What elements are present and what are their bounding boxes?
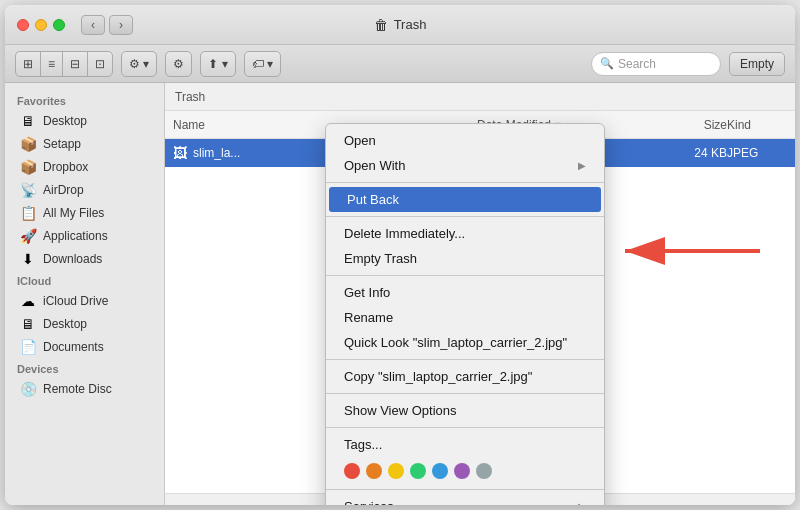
menu-item-show-view-options[interactable]: Show View Options — [326, 398, 604, 423]
separator-2 — [326, 216, 604, 217]
finder-window: ‹ › 🗑 Trash ⊞ ≡ ⊟ ⊡ ⚙ ▾ ⚙ ⬆ ▾ 🏷 ▾ 🔍 Sea — [5, 5, 795, 505]
sidebar-item-applications[interactable]: 🚀 Applications — [9, 225, 160, 247]
sidebar-item-icloud-drive[interactable]: ☁ iCloud Drive — [9, 290, 160, 312]
remote-disc-icon: 💿 — [19, 381, 37, 397]
menu-item-rename[interactable]: Rename — [326, 305, 604, 330]
icon-view-button[interactable]: ⊞ — [16, 52, 41, 76]
file-area: Trash Name Date Modified ▾ Size Kind 🖼 s… — [165, 83, 795, 505]
separator-7 — [326, 489, 604, 490]
sidebar-label-applications: Applications — [43, 229, 108, 243]
sidebar-label-icloud-drive: iCloud Drive — [43, 294, 108, 308]
forward-button[interactable]: › — [109, 15, 133, 35]
file-icon: 🖼 — [173, 145, 187, 161]
breadcrumb-label: Trash — [175, 90, 205, 104]
favorites-section-label: Favorites — [5, 91, 164, 109]
tag-button: 🏷 ▾ — [244, 51, 281, 77]
icloud-desktop-icon: 🖥 — [19, 316, 37, 332]
sidebar-item-desktop[interactable]: 🖥 Desktop — [9, 110, 160, 132]
sidebar-item-documents[interactable]: 📄 Documents — [9, 336, 160, 358]
sidebar-label-desktop: Desktop — [43, 114, 87, 128]
breadcrumb-bar: Trash — [165, 83, 795, 111]
sidebar-label-all-my-files: All My Files — [43, 206, 104, 220]
separator-4 — [326, 359, 604, 360]
sidebar-label-downloads: Downloads — [43, 252, 102, 266]
traffic-lights — [17, 19, 65, 31]
separator-6 — [326, 427, 604, 428]
action-button: ⚙ — [165, 51, 192, 77]
tag-gray[interactable] — [476, 463, 492, 479]
close-button[interactable] — [17, 19, 29, 31]
downloads-icon: ⬇ — [19, 251, 37, 267]
menu-item-delete-immediately[interactable]: Delete Immediately... — [326, 221, 604, 246]
share-btn[interactable]: ⬆ ▾ — [201, 52, 234, 76]
menu-item-open[interactable]: Open — [326, 128, 604, 153]
menu-item-get-info[interactable]: Get Info — [326, 280, 604, 305]
devices-section-label: Devices — [5, 359, 164, 377]
documents-icon: 📄 — [19, 339, 37, 355]
file-kind: JPEG — [727, 146, 787, 160]
dropbox-icon: 📦 — [19, 159, 37, 175]
tag-orange[interactable] — [366, 463, 382, 479]
menu-item-quick-look[interactable]: Quick Look "slim_laptop_carrier_2.jpg" — [326, 330, 604, 355]
tag-green[interactable] — [410, 463, 426, 479]
menu-item-services[interactable]: Services ▶ — [326, 494, 604, 505]
window-title: 🗑 Trash — [374, 17, 427, 33]
sidebar-label-setapp: Setapp — [43, 137, 81, 151]
sidebar-label-remote-disc: Remote Disc — [43, 382, 112, 396]
menu-item-empty-trash[interactable]: Empty Trash — [326, 246, 604, 271]
nav-buttons: ‹ › — [81, 15, 133, 35]
sidebar-label-icloud-desktop: Desktop — [43, 317, 87, 331]
tag-purple[interactable] — [454, 463, 470, 479]
sidebar-item-all-my-files[interactable]: 📋 All My Files — [9, 202, 160, 224]
back-button[interactable]: ‹ — [81, 15, 105, 35]
icloud-section-label: iCloud — [5, 271, 164, 289]
menu-item-tags[interactable]: Tags... — [326, 432, 604, 457]
applications-icon: 🚀 — [19, 228, 37, 244]
sidebar-item-setapp[interactable]: 📦 Setapp — [9, 133, 160, 155]
search-bar[interactable]: 🔍 Search — [591, 52, 721, 76]
menu-item-copy[interactable]: Copy "slim_laptop_carrier_2.jpg" — [326, 364, 604, 389]
search-icon: 🔍 — [600, 57, 614, 70]
list-view-button[interactable]: ≡ — [41, 52, 63, 76]
sidebar-item-remote-disc[interactable]: 💿 Remote Disc — [9, 378, 160, 400]
context-menu: Open Open With ▶ Put Back Delete Immedia… — [325, 123, 605, 505]
search-placeholder: Search — [618, 57, 656, 71]
maximize-button[interactable] — [53, 19, 65, 31]
toolbar: ⊞ ≡ ⊟ ⊡ ⚙ ▾ ⚙ ⬆ ▾ 🏷 ▾ 🔍 Search Empty — [5, 45, 795, 83]
view-buttons: ⊞ ≡ ⊟ ⊡ — [15, 51, 113, 77]
minimize-button[interactable] — [35, 19, 47, 31]
tag-btn[interactable]: 🏷 ▾ — [245, 52, 280, 76]
title-icon: 🗑 — [374, 17, 388, 33]
sidebar-item-airdrop[interactable]: 📡 AirDrop — [9, 179, 160, 201]
share-button: ⬆ ▾ — [200, 51, 235, 77]
action-gear-button[interactable]: ⚙ — [166, 52, 191, 76]
empty-button[interactable]: Empty — [729, 52, 785, 76]
arrange-by-button[interactable]: ⚙ ▾ — [122, 52, 156, 76]
col-kind-header: Kind — [727, 118, 787, 132]
setapp-icon: 📦 — [19, 136, 37, 152]
gallery-view-button[interactable]: ⊡ — [88, 52, 112, 76]
titlebar: ‹ › 🗑 Trash — [5, 5, 795, 45]
sidebar-label-dropbox: Dropbox — [43, 160, 88, 174]
tag-blue[interactable] — [432, 463, 448, 479]
file-size: 24 KB — [657, 146, 727, 160]
icloud-drive-icon: ☁ — [19, 293, 37, 309]
tag-red[interactable] — [344, 463, 360, 479]
column-view-button[interactable]: ⊟ — [63, 52, 88, 76]
sidebar-item-dropbox[interactable]: 📦 Dropbox — [9, 156, 160, 178]
sidebar-item-icloud-desktop[interactable]: 🖥 Desktop — [9, 313, 160, 335]
sidebar-item-downloads[interactable]: ⬇ Downloads — [9, 248, 160, 270]
sidebar: Favorites 🖥 Desktop 📦 Setapp 📦 Dropbox 📡… — [5, 83, 165, 505]
sidebar-label-documents: Documents — [43, 340, 104, 354]
separator-1 — [326, 182, 604, 183]
tag-yellow[interactable] — [388, 463, 404, 479]
desktop-icon: 🖥 — [19, 113, 37, 129]
col-size-header: Size — [657, 118, 727, 132]
airdrop-icon: 📡 — [19, 182, 37, 198]
menu-item-open-with[interactable]: Open With ▶ — [326, 153, 604, 178]
all-my-files-icon: 📋 — [19, 205, 37, 221]
separator-3 — [326, 275, 604, 276]
main-content: Favorites 🖥 Desktop 📦 Setapp 📦 Dropbox 📡… — [5, 83, 795, 505]
open-with-arrow: ▶ — [578, 160, 586, 171]
menu-item-put-back[interactable]: Put Back — [329, 187, 601, 212]
